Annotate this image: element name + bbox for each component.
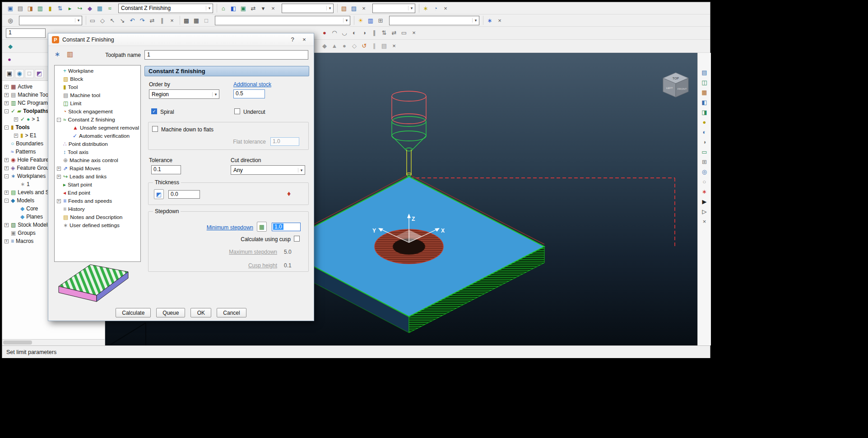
expander-icon[interactable]: - xyxy=(57,118,61,122)
preview-settings-icon[interactable]: ∗ xyxy=(52,49,63,60)
sphere-icon[interactable]: ● xyxy=(340,41,349,50)
pin-icon[interactable]: ▣ xyxy=(5,69,14,78)
pick-icon[interactable]: ◎ xyxy=(6,16,15,25)
parallel-icon[interactable]: ∥ xyxy=(370,41,379,50)
dialog-tree-limit[interactable]: ◫ Limit xyxy=(55,99,140,107)
view-left-icon[interactable]: ◧ xyxy=(700,98,709,107)
close-toolbar-icon[interactable]: × xyxy=(359,4,368,13)
gauge-icon[interactable]: ◔ xyxy=(431,4,440,13)
tools-icon[interactable]: ∗ xyxy=(485,16,494,25)
minimum-stepdown-link[interactable]: Minimum stepdown xyxy=(158,224,253,231)
horizontal-scrollbar[interactable] xyxy=(2,339,105,345)
lasso-icon[interactable]: ◇ xyxy=(98,16,107,25)
thickness-field[interactable]: 0.0 xyxy=(168,190,200,199)
globe-icon[interactable]: ◉ xyxy=(15,69,24,78)
machine-down-to-flats-checkbox[interactable] xyxy=(152,126,158,132)
half-left-icon[interactable]: ◐ xyxy=(350,28,359,37)
view-iso-icon[interactable]: ▤ xyxy=(700,68,709,77)
dialog-tree-unsafe-segment-removal[interactable]: ▲ Unsafe segment removal xyxy=(55,124,140,132)
queue-button[interactable]: Queue xyxy=(156,308,185,317)
dialog-tree-end-point[interactable]: ◂ End point xyxy=(55,189,140,197)
dialog-tree-leads-and-links[interactable]: + ↪ Leads and links xyxy=(55,172,140,181)
expander-icon[interactable]: - xyxy=(5,109,9,113)
wrench-icon[interactable]: ∗ xyxy=(421,4,430,13)
expander-icon[interactable]: + xyxy=(5,239,9,243)
toolbar-combo[interactable]: ▾ xyxy=(372,4,415,13)
nc-program-icon[interactable]: ▦ xyxy=(95,4,104,13)
section-icon[interactable]: ▨ xyxy=(349,4,358,13)
diamond-icon[interactable]: ◆ xyxy=(320,41,329,50)
chevron-down-icon[interactable]: ▾ xyxy=(259,4,268,13)
spiral-checkbox[interactable] xyxy=(151,108,157,114)
expander-icon[interactable]: + xyxy=(57,167,61,171)
view-split-icon[interactable]: ◫ xyxy=(700,78,709,87)
close-toolbar-icon[interactable]: × xyxy=(167,16,176,25)
chevron-down-icon[interactable]: ▾ xyxy=(75,18,82,23)
order-by-combo[interactable]: Region ▾ xyxy=(149,89,219,99)
view-right-icon[interactable]: ◨ xyxy=(700,107,709,116)
active-toolpath-combo[interactable]: Constant Z Finishing ▾ xyxy=(118,4,213,13)
cone-icon[interactable]: ▲ xyxy=(330,41,339,50)
shaded-view-icon[interactable]: ● xyxy=(700,117,709,126)
parallel-icon[interactable]: ∥ xyxy=(370,28,379,37)
dialog-tree-machine-tool[interactable]: ▤ Machine tool xyxy=(55,91,140,99)
home-icon[interactable]: ⌂ xyxy=(219,4,228,13)
simulate-icon[interactable]: ◧ xyxy=(229,4,238,13)
sphere-icon[interactable]: ● xyxy=(320,28,329,37)
chevron-down-icon[interactable]: ▾ xyxy=(206,6,213,10)
circle-icon[interactable]: ○ xyxy=(700,177,709,186)
move-icon[interactable]: ↖ xyxy=(108,16,117,25)
stock-icon[interactable]: ▧ xyxy=(339,4,348,13)
half-shade-alt-icon[interactable]: ◑ xyxy=(700,137,709,146)
rapid-heights-icon[interactable]: ⇅ xyxy=(56,4,65,13)
cancel-button[interactable]: Cancel xyxy=(217,308,246,317)
wireframe-icon[interactable]: ◇ xyxy=(350,41,359,50)
dialog-tree-stock-engagement[interactable]: ◔ Stock engagement xyxy=(55,107,140,116)
dialog-tree-tool[interactable]: ▮ Tool xyxy=(55,83,140,91)
half-right-icon[interactable]: ◑ xyxy=(360,28,369,37)
expander-icon[interactable]: + xyxy=(14,134,18,138)
scrollbar-thumb[interactable] xyxy=(3,340,32,345)
half-shade-icon[interactable]: ◐ xyxy=(700,127,709,136)
chevron-down-icon[interactable]: ▾ xyxy=(298,168,305,172)
align-icon[interactable]: ∥ xyxy=(158,16,167,25)
leads-links-icon[interactable]: ↪ xyxy=(75,4,84,13)
dialog-tree-start-point[interactable]: ▸ Start point xyxy=(55,181,140,189)
undercut-checkbox[interactable] xyxy=(234,108,240,114)
dialog-tree-machine-axis-control[interactable]: ⊕ Machine axis control xyxy=(55,156,140,164)
dialog-tree-automatic-verification[interactable]: ✓ Automatic verification xyxy=(55,132,140,140)
start-point-icon[interactable]: ▸ xyxy=(65,4,74,13)
toolbar-name-field[interactable]: 1 xyxy=(6,28,46,38)
batch-icon[interactable]: ▣ xyxy=(239,4,248,13)
expander-icon[interactable]: + xyxy=(57,199,61,203)
minimum-stepdown-field[interactable]: 1.0 xyxy=(272,223,301,231)
frame-icon[interactable]: □ xyxy=(202,16,211,25)
rotate-icon[interactable]: ↺ xyxy=(360,41,369,50)
grid-icon[interactable]: ⊞ xyxy=(700,157,709,166)
arc-up-icon[interactable]: ◠ xyxy=(330,28,339,37)
help-button[interactable]: ? xyxy=(287,36,298,43)
expander-icon[interactable]: + xyxy=(5,223,9,227)
tool-icon[interactable]: ▮ xyxy=(46,4,55,13)
chevron-down-icon[interactable]: ▾ xyxy=(343,18,350,23)
feed-rate-icon[interactable]: ▥ xyxy=(36,4,45,13)
grid-icon[interactable]: ▩ xyxy=(182,16,191,25)
print-icon[interactable]: ▤ xyxy=(16,4,25,13)
expander-icon[interactable]: + xyxy=(5,158,9,162)
mirror-icon[interactable]: ⇄ xyxy=(148,16,157,25)
cut-direction-combo[interactable]: Any ▾ xyxy=(231,165,305,175)
undo-icon[interactable]: ↶ xyxy=(128,16,137,25)
select-box-icon[interactable]: ▭ xyxy=(88,16,97,25)
close-toolbar-icon[interactable]: × xyxy=(390,41,399,50)
close-toolbar-icon[interactable]: × xyxy=(409,28,418,37)
redo-icon[interactable]: ↷ xyxy=(138,16,147,25)
close-button[interactable]: × xyxy=(298,36,310,43)
thickness-icon[interactable]: ◩ xyxy=(154,189,164,199)
ok-button[interactable]: OK xyxy=(190,308,211,317)
offset-icon[interactable]: ↘ xyxy=(118,16,127,25)
expander-icon[interactable]: - xyxy=(5,199,9,203)
box-icon[interactable]: □ xyxy=(25,69,34,78)
cursor-outline-icon[interactable]: ▷ xyxy=(700,207,709,216)
chevron-down-icon[interactable]: ▾ xyxy=(472,18,479,23)
project-icon[interactable]: ▣ xyxy=(6,4,15,13)
